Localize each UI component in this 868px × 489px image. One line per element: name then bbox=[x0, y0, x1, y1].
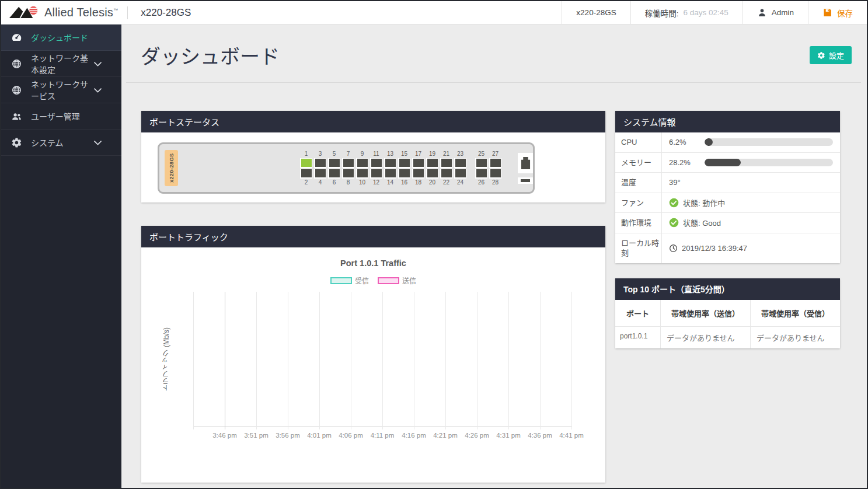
gridline bbox=[225, 292, 225, 429]
settings-button[interactable]: 設定 bbox=[810, 46, 852, 64]
port-25[interactable] bbox=[475, 158, 487, 168]
port-9[interactable] bbox=[356, 158, 368, 168]
column-header: ポート bbox=[615, 300, 661, 326]
x-tick-label: 4:16 pm bbox=[402, 432, 426, 439]
y-axis: トラフィック (Mb/s) bbox=[161, 292, 171, 427]
port-28[interactable] bbox=[489, 169, 501, 179]
save-floppy-icon bbox=[822, 8, 832, 18]
port-number: 8 bbox=[347, 179, 350, 186]
port-number: 16 bbox=[401, 179, 407, 186]
x-tick-label: 3:46 pm bbox=[212, 432, 237, 439]
port-number: 15 bbox=[401, 150, 407, 158]
port-number: 20 bbox=[429, 179, 435, 186]
port-12[interactable] bbox=[370, 169, 382, 179]
port-column: 2526 bbox=[475, 150, 487, 186]
check-circle-icon bbox=[669, 218, 679, 228]
usage-bar-fill bbox=[705, 138, 713, 146]
check-circle-icon bbox=[669, 198, 679, 208]
port-7[interactable] bbox=[342, 158, 354, 168]
y-axis-label: トラフィック (Mb/s) bbox=[161, 327, 171, 391]
port-8[interactable] bbox=[342, 169, 354, 179]
port-number: 14 bbox=[387, 179, 393, 186]
port-number: 11 bbox=[373, 150, 379, 158]
port-number: 6 bbox=[333, 179, 336, 186]
x-tick-label: 4:11 pm bbox=[371, 432, 395, 439]
port-20[interactable] bbox=[426, 169, 438, 179]
header-right: x220-28GS 稼働時間: 6 days 02:45 Admin 保存 bbox=[562, 1, 867, 24]
usage-percent: 6.2% bbox=[669, 138, 700, 146]
port-18[interactable] bbox=[412, 169, 424, 179]
sidebar-item-network-services[interactable]: ネットワークサービス bbox=[1, 77, 121, 103]
main-content: ダッシュボード 設定 ポートステータス x220-28GS bbox=[121, 25, 867, 488]
port-number: 27 bbox=[492, 150, 499, 158]
port-5[interactable] bbox=[328, 158, 340, 168]
save-button[interactable]: 保存 bbox=[808, 1, 867, 24]
port-19[interactable] bbox=[426, 158, 438, 168]
port-14[interactable] bbox=[384, 169, 396, 179]
port-3[interactable] bbox=[314, 158, 326, 168]
uptime-label: 稼働時間: bbox=[645, 7, 679, 19]
system-info-text: 状態: Good bbox=[683, 217, 721, 228]
system-info-text: 2019/12/3 16:39:47 bbox=[682, 244, 747, 253]
legend-item[interactable]: 送信 bbox=[378, 275, 416, 285]
sidebar-item-user-management[interactable]: ユーザー管理 bbox=[1, 103, 121, 130]
usage-bar bbox=[705, 138, 833, 146]
port-4[interactable] bbox=[314, 169, 326, 179]
user-menu[interactable]: Admin bbox=[742, 1, 808, 24]
sidebar-item-label: ネットワーク基本設定 bbox=[31, 52, 92, 75]
sidebar-item-network-basic-settings[interactable]: ネットワーク基本設定 bbox=[1, 51, 121, 77]
x-tick-label: 4:31 pm bbox=[496, 432, 521, 439]
legend-swatch bbox=[378, 277, 399, 284]
port-15[interactable] bbox=[398, 158, 410, 168]
allied-telesis-logo-icon bbox=[9, 5, 40, 20]
header-device-name: x220-28GS bbox=[562, 1, 630, 24]
top-ports-panel: Top 10 ポート（直近5分間） ポート帯域使用率（送信）帯域使用率（受信）p… bbox=[615, 278, 840, 348]
app-window: Allied Telesis™ x220-28GS x220-28GS 稼働時間… bbox=[0, 0, 868, 489]
page-head: ダッシュボード 設定 bbox=[121, 25, 867, 69]
sidebar-item-dashboard[interactable]: ダッシュボード bbox=[1, 25, 121, 51]
port-21[interactable] bbox=[440, 158, 452, 168]
port-6[interactable] bbox=[328, 169, 340, 179]
usage-bar-fill bbox=[705, 159, 741, 166]
gridline bbox=[319, 292, 320, 429]
gridline bbox=[382, 292, 383, 429]
brand-name: Allied Telesis™ bbox=[44, 6, 118, 19]
system-info-table: CPU6.2%メモリー28.2%温度39°ファン状態: 動作中動作環境状態: G… bbox=[615, 132, 840, 263]
legend-item[interactable]: 受信 bbox=[330, 275, 369, 285]
port-1[interactable] bbox=[300, 158, 312, 168]
port-11[interactable] bbox=[370, 158, 382, 168]
system-info-value: 状態: Good bbox=[662, 213, 840, 233]
system-info-value: 39° bbox=[662, 173, 840, 193]
x-tick-label: 4:26 pm bbox=[465, 432, 489, 439]
chart-x-ticks: 3:46 pm3:51 pm3:56 pm4:01 pm4:06 pm4:11 … bbox=[193, 432, 571, 445]
port-23[interactable] bbox=[454, 158, 466, 168]
port-number: 3 bbox=[319, 150, 322, 158]
port-27[interactable] bbox=[489, 158, 501, 168]
top-ports-table: ポート帯域使用率（送信）帯域使用率（受信）port1.0.1データがありませんデ… bbox=[615, 300, 840, 348]
port-16[interactable] bbox=[398, 169, 410, 179]
globe-icon bbox=[11, 58, 22, 69]
port-grid: 1234567891011121314151617181920212223242… bbox=[298, 150, 508, 186]
port-22[interactable] bbox=[440, 169, 452, 179]
top-ports-header-row: ポート帯域使用率（送信）帯域使用率（受信） bbox=[615, 300, 840, 326]
port-26[interactable] bbox=[475, 169, 487, 179]
table-row: port1.0.1データがありませんデータがありません bbox=[615, 326, 840, 348]
usage-percent: 28.2% bbox=[669, 158, 700, 167]
port-number: 7 bbox=[347, 150, 350, 158]
port-2[interactable] bbox=[300, 169, 312, 179]
gridline bbox=[445, 292, 446, 429]
switch-graphic: x220-28GS 123456789101112131415161718192… bbox=[158, 142, 535, 194]
port-10[interactable] bbox=[356, 169, 368, 179]
port-status-panel-title: ポートステータス bbox=[141, 111, 605, 132]
port-24[interactable] bbox=[454, 169, 466, 179]
system-info-label: ファン bbox=[615, 193, 662, 213]
port-13[interactable] bbox=[384, 158, 396, 168]
port-number: 17 bbox=[415, 150, 421, 158]
gridline bbox=[540, 292, 541, 429]
port-column: 2122 bbox=[440, 150, 452, 186]
sidebar-item-system[interactable]: システム bbox=[1, 130, 121, 156]
gear-icon bbox=[817, 51, 825, 60]
gridline bbox=[288, 292, 288, 429]
port-17[interactable] bbox=[412, 158, 424, 168]
port-traffic-panel-title: ポートトラフィック bbox=[141, 226, 605, 247]
